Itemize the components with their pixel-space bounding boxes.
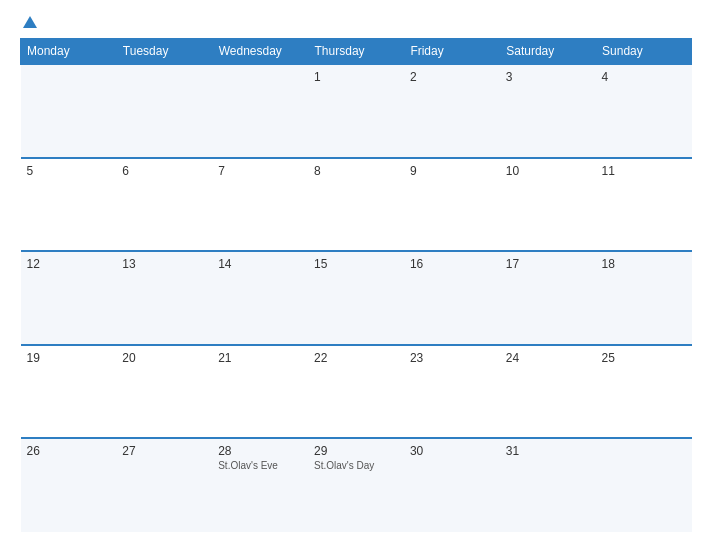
calendar-cell: 16 [404, 251, 500, 345]
day-event: St.Olav's Day [314, 460, 398, 471]
weekday-header-monday: Monday [21, 39, 117, 65]
day-number: 3 [506, 70, 590, 84]
day-number: 24 [506, 351, 590, 365]
calendar-cell: 13 [116, 251, 212, 345]
calendar-week-row: 262728St.Olav's Eve29St.Olav's Day3031 [21, 438, 692, 532]
day-number: 9 [410, 164, 494, 178]
day-number: 1 [314, 70, 398, 84]
day-number: 10 [506, 164, 590, 178]
calendar-cell: 7 [212, 158, 308, 252]
calendar-cell: 5 [21, 158, 117, 252]
calendar-cell: 26 [21, 438, 117, 532]
calendar-cell: 21 [212, 345, 308, 439]
day-number: 29 [314, 444, 398, 458]
calendar-cell: 28St.Olav's Eve [212, 438, 308, 532]
day-number: 12 [27, 257, 111, 271]
calendar-body: 1234567891011121314151617181920212223242… [21, 64, 692, 532]
calendar-cell: 9 [404, 158, 500, 252]
calendar-table: MondayTuesdayWednesdayThursdayFridaySatu… [20, 38, 692, 532]
calendar-cell: 22 [308, 345, 404, 439]
day-number: 19 [27, 351, 111, 365]
day-number: 2 [410, 70, 494, 84]
calendar-cell: 4 [596, 64, 692, 158]
calendar-week-row: 19202122232425 [21, 345, 692, 439]
calendar-cell: 31 [500, 438, 596, 532]
day-number: 22 [314, 351, 398, 365]
calendar-cell: 24 [500, 345, 596, 439]
day-number: 25 [602, 351, 686, 365]
calendar-cell: 15 [308, 251, 404, 345]
day-number: 11 [602, 164, 686, 178]
calendar-cell: 17 [500, 251, 596, 345]
day-number: 31 [506, 444, 590, 458]
day-number: 18 [602, 257, 686, 271]
calendar-cell: 18 [596, 251, 692, 345]
calendar-week-row: 567891011 [21, 158, 692, 252]
calendar-cell: 11 [596, 158, 692, 252]
calendar-cell: 27 [116, 438, 212, 532]
calendar-cell: 12 [21, 251, 117, 345]
calendar-cell: 1 [308, 64, 404, 158]
calendar-cell: 29St.Olav's Day [308, 438, 404, 532]
calendar-cell: 30 [404, 438, 500, 532]
weekday-header-row: MondayTuesdayWednesdayThursdayFridaySatu… [21, 39, 692, 65]
calendar-cell: 14 [212, 251, 308, 345]
calendar-cell: 2 [404, 64, 500, 158]
day-number: 16 [410, 257, 494, 271]
logo-triangle-icon [23, 16, 37, 28]
day-number: 28 [218, 444, 302, 458]
day-number: 17 [506, 257, 590, 271]
day-number: 23 [410, 351, 494, 365]
day-number: 26 [27, 444, 111, 458]
weekday-header-friday: Friday [404, 39, 500, 65]
weekday-header-saturday: Saturday [500, 39, 596, 65]
weekday-header-wednesday: Wednesday [212, 39, 308, 65]
weekday-header-thursday: Thursday [308, 39, 404, 65]
weekday-header-sunday: Sunday [596, 39, 692, 65]
calendar-cell [116, 64, 212, 158]
calendar-cell: 19 [21, 345, 117, 439]
day-number: 27 [122, 444, 206, 458]
calendar-cell [21, 64, 117, 158]
day-number: 14 [218, 257, 302, 271]
calendar-cell: 8 [308, 158, 404, 252]
calendar-header [20, 18, 692, 30]
day-number: 30 [410, 444, 494, 458]
calendar-cell [596, 438, 692, 532]
calendar-cell: 10 [500, 158, 596, 252]
day-number: 15 [314, 257, 398, 271]
calendar-week-row: 12131415161718 [21, 251, 692, 345]
day-number: 5 [27, 164, 111, 178]
day-number: 6 [122, 164, 206, 178]
day-number: 21 [218, 351, 302, 365]
calendar-cell [212, 64, 308, 158]
day-number: 13 [122, 257, 206, 271]
weekday-header-tuesday: Tuesday [116, 39, 212, 65]
day-number: 4 [602, 70, 686, 84]
logo [20, 18, 37, 30]
calendar-cell: 23 [404, 345, 500, 439]
day-number: 7 [218, 164, 302, 178]
calendar-cell: 6 [116, 158, 212, 252]
calendar-week-row: 1234 [21, 64, 692, 158]
calendar-cell: 25 [596, 345, 692, 439]
day-number: 8 [314, 164, 398, 178]
calendar-header-row: MondayTuesdayWednesdayThursdayFridaySatu… [21, 39, 692, 65]
day-event: St.Olav's Eve [218, 460, 302, 471]
calendar-cell: 20 [116, 345, 212, 439]
day-number: 20 [122, 351, 206, 365]
calendar-cell: 3 [500, 64, 596, 158]
